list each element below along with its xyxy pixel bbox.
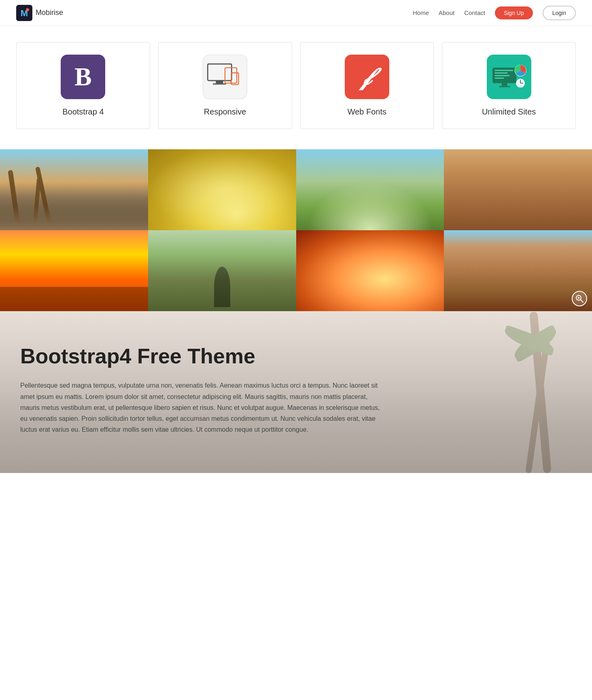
- feature-card-webfonts: 𝒻 Web Fonts: [300, 42, 434, 129]
- gallery-item-3[interactable]: [296, 149, 444, 230]
- svg-rect-15: [494, 72, 507, 74]
- signup-button[interactable]: Sign Up: [495, 6, 533, 19]
- svg-rect-16: [494, 75, 509, 76]
- features-section: B Bootstrap 4 Responsiv: [0, 26, 592, 137]
- content-body: Pellentesque sed magna tempus, vulputate…: [20, 380, 384, 435]
- features-grid: B Bootstrap 4 Responsiv: [16, 42, 576, 129]
- gallery-item-5[interactable]: [0, 230, 148, 311]
- brand-logo: M: [16, 5, 32, 21]
- feature-label-bootstrap: Bootstrap 4: [62, 107, 104, 117]
- nav-home[interactable]: Home: [413, 9, 429, 16]
- svg-rect-5: [216, 81, 223, 83]
- svg-line-23: [581, 300, 583, 302]
- feature-label-responsive: Responsive: [204, 107, 246, 117]
- svg-rect-4: [208, 64, 231, 81]
- nav-links: Home About Contact Sign Up Login: [413, 6, 576, 20]
- gallery-item-6[interactable]: [148, 230, 296, 311]
- nav-contact[interactable]: Contact: [464, 9, 485, 16]
- palm-decoration: [410, 311, 592, 473]
- zoom-overlay: [572, 291, 587, 306]
- feature-card-bootstrap: B Bootstrap 4: [16, 42, 150, 129]
- svg-point-3: [27, 9, 28, 11]
- gallery-item-7[interactable]: [296, 230, 444, 311]
- unlimited-icon: [487, 55, 531, 99]
- gallery-section: [0, 149, 592, 311]
- responsive-icon: [203, 55, 247, 99]
- gallery-item-1[interactable]: [0, 149, 148, 230]
- feature-label-webfonts: Web Fonts: [348, 107, 386, 117]
- svg-point-10: [234, 83, 236, 84]
- gallery-row-1: [0, 149, 592, 230]
- feature-card-unlimited: Unlimited Sites: [442, 42, 576, 129]
- svg-rect-14: [494, 70, 513, 71]
- brand-name: Mobirise: [36, 8, 63, 17]
- navbar: M Mobirise Home About Contact Sign Up Lo…: [0, 0, 592, 26]
- svg-rect-6: [213, 83, 226, 85]
- svg-rect-17: [494, 78, 504, 79]
- gallery-item-2[interactable]: [148, 149, 296, 230]
- feature-card-responsive: Responsive: [158, 42, 292, 129]
- bootstrap-icon: B: [61, 55, 105, 99]
- nav-about[interactable]: About: [439, 9, 454, 16]
- feature-label-unlimited: Unlimited Sites: [482, 107, 536, 117]
- svg-rect-13: [499, 86, 510, 87]
- content-section: Bootstrap4 Free Theme Pellentesque sed m…: [0, 311, 592, 473]
- zoom-icon[interactable]: [572, 291, 587, 306]
- brand: M Mobirise: [16, 5, 413, 21]
- gallery-item-8[interactable]: [444, 230, 592, 311]
- webfonts-icon: 𝒻: [345, 55, 389, 99]
- login-button[interactable]: Login: [543, 6, 576, 20]
- svg-rect-12: [501, 83, 507, 86]
- gallery-row-2: [0, 230, 592, 311]
- gallery-item-4[interactable]: [444, 149, 592, 230]
